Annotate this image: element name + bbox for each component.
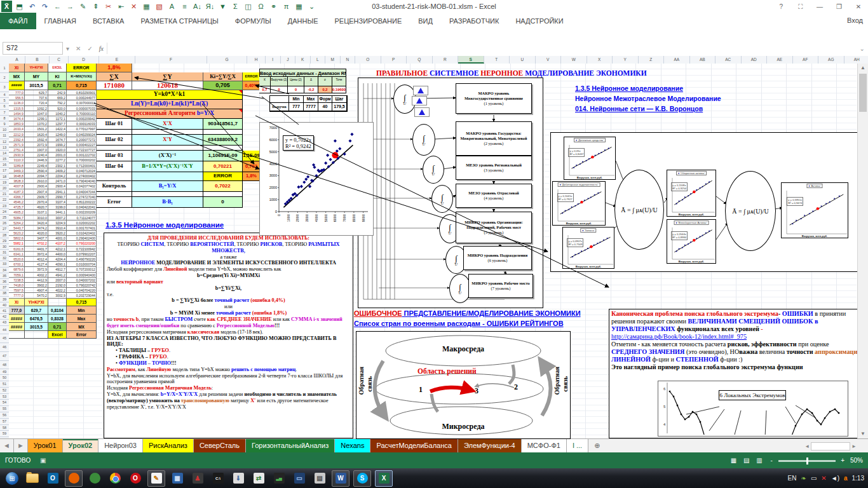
column-header-S[interactable]: S [458, 56, 484, 64]
row-header-17[interactable]: 17 [0, 168, 9, 173]
table-row[interactable]: 4187,32907,42941,10,040047044 [9, 189, 97, 194]
keyboard-icon[interactable]: ▦ [169, 471, 186, 486]
help-icon[interactable]: ? [773, 1, 789, 13]
step-row[interactable]: Шаг 04B=1/X*Y=(X'X)⁻¹X'Y0,702210,702 [97, 161, 261, 172]
row-headers[interactable]: 1234567891011121314151617181920212223242… [0, 64, 9, 475]
table-row[interactable]: 5264,23420,43204,90,020002202 [9, 220, 97, 226]
restore-icon[interactable]: ❐ [831, 1, 848, 13]
table-row[interactable]: 7418,03902,22192,00,790220742 [9, 283, 97, 288]
step-row[interactable]: Y=k0*X^k1 [97, 90, 261, 100]
sheet-tab-Урок01[interactable]: Урок01 [28, 439, 63, 453]
skype-icon[interactable]: S [353, 470, 371, 487]
row-header-34[interactable]: 34 [0, 268, 9, 273]
step-row[interactable]: Ln(Y)=Ln(k0)+Ln(k1)*Ln(X) [97, 100, 261, 109]
ribbon-tab-ФАЙЛ[interactable]: ФАЙЛ [0, 13, 36, 29]
cell-a1[interactable]: Xi [9, 64, 25, 72]
cell-a2[interactable]: MX [9, 72, 25, 81]
regression-scatter-chart[interactable]: 0100020003000400050006000700001000200030… [259, 122, 374, 236]
column-header-AG[interactable]: AG [818, 56, 844, 64]
step-row[interactable] [97, 192, 261, 197]
notepad-icon[interactable]: ✎ [147, 470, 165, 487]
word-icon[interactable]: W [332, 470, 349, 487]
insert-function-icon[interactable]: fx [99, 45, 104, 52]
row-header-57[interactable]: 57 [0, 419, 9, 425]
column-header-G[interactable]: G [207, 56, 247, 64]
sheet-tab-РискАнализ[interactable]: РискАнализ [143, 439, 194, 453]
row-header-35[interactable]: 35 [0, 273, 9, 279]
sheet-tab-СеверСталь[interactable]: СеверСталь [194, 439, 246, 453]
row-header-11[interactable]: 11 [0, 133, 9, 139]
monitor-blue-icon[interactable]: ▭ [291, 471, 308, 486]
column-header-E[interactable]: E [99, 56, 135, 64]
ribbon-tab-ВИД[interactable]: ВИД [410, 13, 441, 29]
table-row[interactable]: 2751,41907,01920,00,722107727 [9, 147, 97, 152]
column-header-A[interactable]: A [9, 56, 25, 64]
column-header-Q[interactable]: Q [407, 56, 433, 64]
column-header-Y[interactable]: Y [613, 56, 639, 64]
volume-icon[interactable]: ◄) [831, 475, 839, 482]
outlook-icon[interactable]: O [44, 471, 61, 486]
ribbon-tab-НАДСТРОЙКИ[interactable]: НАДСТРОЙКИ [507, 13, 571, 29]
column-header-Z[interactable]: Z [639, 56, 665, 64]
flow-level-box[interactable]: МИКРО уровень Организации:Подразделений,… [456, 212, 532, 243]
zoom-out-icon[interactable]: - [770, 457, 772, 464]
chrome-icon[interactable] [107, 471, 123, 486]
new-sheet-icon[interactable]: ⊕ [588, 439, 606, 453]
cancel-entry-icon[interactable]: ✕ [76, 45, 81, 52]
table-row[interactable]: 4007,82900,42900,40,042077402 [9, 184, 97, 189]
printer-icon[interactable]: ▤ [311, 471, 328, 486]
step-row[interactable]: Шаг 02X'Y634388009,2 [97, 135, 261, 146]
table-row[interactable]: 2033,41501,21422,40,770127997 [9, 126, 97, 132]
row-header-8[interactable]: 8 [0, 116, 9, 121]
sheet-tab-Урок02[interactable]: Урок02 [63, 439, 99, 453]
row-header-7[interactable]: 7 [0, 110, 9, 116]
sign-in-link[interactable]: Вход [847, 17, 863, 24]
summary-row[interactable]: #####3015,50,71MX [9, 323, 97, 331]
column-header-P[interactable]: P [381, 56, 407, 64]
cell-a3[interactable]: ##### [9, 81, 25, 90]
flow-level-box[interactable]: МЕЗО уровень Отраслевой(4 уровень) [456, 184, 532, 208]
firefox-icon[interactable] [65, 470, 83, 487]
ribbon-tab-ГЛАВНАЯ[interactable]: ГЛАВНАЯ [36, 13, 85, 29]
table-row[interactable]: 4546,22970,43107,40,811200222 [9, 200, 97, 205]
sheet-tab-І ...[interactable]: І ... [567, 439, 588, 453]
algorithm-steps-table[interactable]: Y=k0*X^k1Ln(Y)=Ln(k0)+Ln(k1)*Ln(X)Регрес… [97, 90, 261, 208]
cell-h2[interactable]: ERROR [243, 72, 261, 81]
table-row[interactable]: 1853,91370,21297,70,000116033 [9, 121, 97, 126]
row-header-56[interactable]: 56 [0, 412, 9, 419]
cell-d1[interactable]: ERROR [67, 64, 97, 72]
row-header-13[interactable]: 13 [0, 145, 9, 151]
row-header-48[interactable]: 48 [0, 361, 9, 369]
row-header-31[interactable]: 31 [0, 250, 9, 255]
row-header-20[interactable]: 20 [0, 186, 9, 191]
row-header-25[interactable]: 25 [0, 215, 9, 220]
row-header-19[interactable]: 19 [0, 180, 9, 186]
row-header-33[interactable]: 33 [0, 261, 9, 267]
ribbon-tab-ДАННЫЕ[interactable]: ДАННЫЕ [280, 13, 327, 29]
row-header-22[interactable]: 22 [0, 197, 9, 203]
step-row[interactable]: Регрессионный Алгоритм b=Y/X [97, 109, 261, 119]
row-header-52[interactable]: 52 [0, 388, 9, 394]
row-header-50[interactable]: 50 [0, 375, 9, 381]
cell-b1[interactable]: YI=KI*XI [25, 64, 48, 72]
table-row[interactable]: 5802,63407,74001,00,290402400 [9, 236, 97, 241]
cell-c3[interactable]: 0,71 [48, 81, 67, 90]
table-row[interactable]: 2392,41592,41674,70,200077272 [9, 137, 97, 142]
table-row[interactable]: 5443,73474,23910,40,001707401 [9, 226, 97, 231]
step-row[interactable] [97, 130, 261, 135]
mini-chart[interactable]: ♦ 'Оборотные активы'y = 0,1108xR² = 0,92… [667, 170, 716, 217]
cell-e3[interactable]: 171080 [97, 81, 132, 90]
row-header-29[interactable]: 29 [0, 238, 9, 244]
cell-c2[interactable]: KI [48, 72, 67, 81]
column-header-J[interactable]: J [281, 56, 296, 64]
mini-chart[interactable]: ♦ 'Активы'y = 0,5951xR² = 0,9474Выручка,… [781, 182, 848, 238]
column-header-L[interactable]: L [311, 56, 326, 64]
sheet-nav-icon[interactable]: ► [14, 439, 28, 453]
cell-d2[interactable]: K=MX(Yi/Xi) [67, 72, 97, 81]
table-row[interactable]: 4725,74920,73199,00,040422041 [9, 205, 97, 210]
minimize-icon[interactable]: — [811, 1, 828, 13]
table-row[interactable]: 2571,92072,91999,20,000402227 [9, 142, 97, 147]
close-icon[interactable]: ✕ [850, 1, 867, 13]
page-layout-view-icon[interactable]: ▤ [743, 457, 749, 464]
table-row[interactable]: 2212,91620,41249,00,040299024 [9, 132, 97, 137]
